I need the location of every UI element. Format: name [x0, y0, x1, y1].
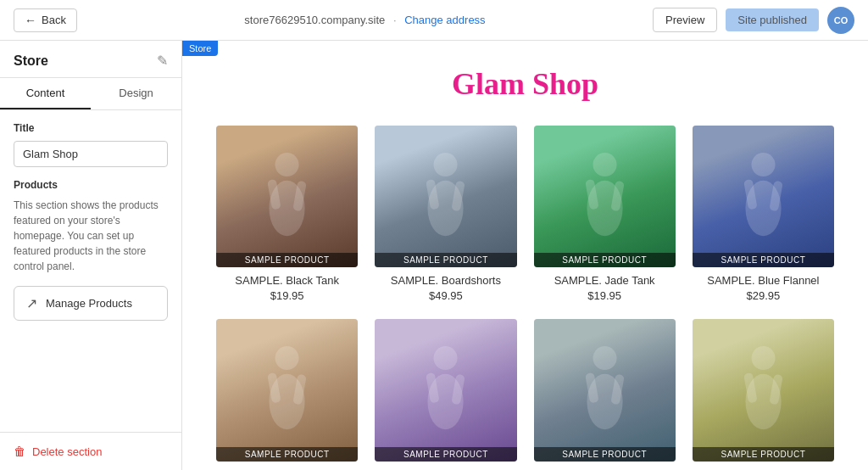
product-image: SAMPLE PRODUCT	[534, 319, 676, 461]
product-image: SAMPLE PRODUCT	[375, 126, 516, 267]
sidebar-tabs: Content Design	[0, 78, 181, 110]
products-section: Products This section shows the products…	[0, 179, 181, 333]
product-price: $49.95	[375, 289, 516, 302]
preview-area: Store Glam Shop SAMPLE PRODUCTSAMPLE. Bl…	[182, 41, 868, 470]
back-arrow-icon: ←	[25, 14, 36, 27]
topbar-center: store76629510.company.site · Change addr…	[77, 14, 653, 26]
main-layout: Store ✎ Content Design Title Products Th…	[0, 41, 868, 470]
trash-icon: 🗑	[14, 445, 25, 458]
product-card[interactable]: SAMPLE PRODUCTSAMPLE. Sunglasses	[375, 319, 516, 470]
store-url: store76629510.company.site	[244, 14, 385, 26]
product-name: SAMPLE. Blue Flannel	[693, 274, 834, 287]
separator: ·	[393, 14, 397, 26]
product-image: SAMPLE PRODUCT	[534, 126, 676, 267]
product-image: SAMPLE PRODUCT	[693, 319, 834, 461]
title-label: Title	[14, 122, 168, 134]
tab-content[interactable]: Content	[0, 78, 91, 109]
svg-point-12	[751, 153, 775, 176]
product-card[interactable]: SAMPLE PRODUCTSAMPLE. Jade Tank$19.95	[534, 126, 676, 302]
sample-badge: SAMPLE PRODUCT	[216, 253, 358, 267]
sample-badge: SAMPLE PRODUCT	[375, 447, 516, 462]
sample-badge: SAMPLE PRODUCT	[693, 253, 834, 267]
edit-icon[interactable]: ✎	[157, 53, 168, 69]
store-badge: Store	[182, 41, 218, 56]
preview-button[interactable]: Preview	[653, 8, 717, 32]
product-image: SAMPLE PRODUCT	[216, 126, 358, 267]
sample-badge: SAMPLE PRODUCT	[693, 447, 834, 462]
delete-label: Delete section	[32, 445, 102, 458]
sample-badge: SAMPLE PRODUCT	[216, 447, 358, 462]
product-image: SAMPLE PRODUCT	[693, 126, 834, 267]
svg-point-4	[434, 153, 458, 176]
svg-point-24	[593, 346, 616, 370]
product-card[interactable]: SAMPLE PRODUCTSAMPLE. Black Tank$19.95	[216, 126, 358, 302]
manage-products-button[interactable]: ↗ Manage Products	[14, 286, 168, 321]
delete-section-button[interactable]: 🗑 Delete section	[14, 445, 102, 458]
store-title: Glam Shop	[216, 66, 834, 102]
svg-point-0	[275, 153, 299, 176]
svg-point-20	[434, 346, 458, 370]
topbar-left: ← Back	[14, 8, 77, 32]
sidebar-footer: 🗑 Delete section	[0, 432, 181, 470]
back-button[interactable]: ← Back	[14, 8, 77, 32]
title-input[interactable]	[14, 141, 168, 167]
product-card[interactable]: SAMPLE PRODUCTSAMPLE. Flower Woven	[534, 319, 676, 470]
external-link-icon: ↗	[26, 295, 37, 311]
sample-badge: SAMPLE PRODUCT	[375, 253, 516, 267]
store-content: Glam Shop SAMPLE PRODUCTSAMPLE. Black Ta…	[182, 41, 868, 470]
svg-point-16	[275, 346, 299, 370]
svg-point-8	[593, 153, 616, 176]
svg-point-28	[751, 346, 775, 370]
product-card[interactable]: SAMPLE PRODUCTSAMPLE. Boardshorts$49.95	[375, 126, 516, 302]
product-name: SAMPLE. Jade Tank	[534, 274, 676, 287]
product-price: $19.95	[534, 289, 676, 302]
product-image: SAMPLE PRODUCT	[375, 319, 516, 461]
manage-products-label: Manage Products	[46, 297, 132, 310]
avatar: CO	[827, 7, 854, 34]
product-image: SAMPLE PRODUCT	[216, 319, 358, 461]
sample-badge: SAMPLE PRODUCT	[534, 447, 676, 462]
products-label: Products	[14, 179, 168, 191]
product-card[interactable]: SAMPLE PRODUCTSAMPLE. Black Dress	[693, 319, 834, 470]
change-address-link[interactable]: Change address	[404, 14, 485, 26]
products-description: This section shows the products featured…	[14, 198, 168, 274]
sidebar-header: Store ✎	[0, 41, 181, 78]
title-section: Title	[0, 110, 181, 179]
product-card[interactable]: SAMPLE PRODUCTSAMPLE. Blue Flannel$29.95	[693, 126, 834, 302]
back-label: Back	[42, 14, 66, 26]
product-name: SAMPLE. Boardshorts	[375, 274, 516, 287]
product-card[interactable]: SAMPLE PRODUCTSAMPLE. White Tank	[216, 319, 358, 470]
product-price: $29.95	[693, 289, 834, 302]
topbar: ← Back store76629510.company.site · Chan…	[0, 0, 868, 41]
topbar-right: Preview Site published CO	[653, 7, 854, 34]
sidebar-title: Store	[14, 53, 48, 69]
product-name: SAMPLE. Black Tank	[216, 274, 358, 287]
published-button[interactable]: Site published	[726, 8, 819, 31]
tab-design[interactable]: Design	[91, 78, 181, 109]
sidebar: Store ✎ Content Design Title Products Th…	[0, 41, 182, 470]
product-price: $19.95	[216, 289, 358, 302]
sample-badge: SAMPLE PRODUCT	[534, 253, 676, 267]
products-grid: SAMPLE PRODUCTSAMPLE. Black Tank$19.95 S…	[216, 126, 834, 470]
